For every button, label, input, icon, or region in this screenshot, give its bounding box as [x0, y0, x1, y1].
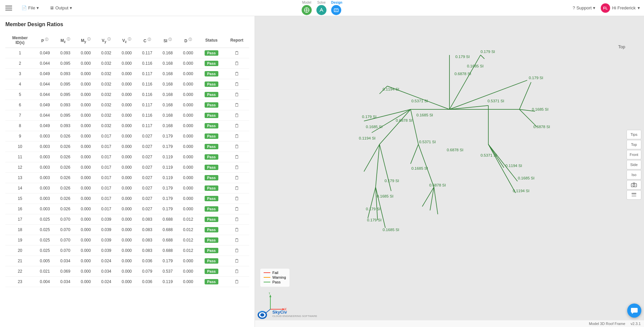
file-menu-button[interactable]: 📄 File ▾: [19, 4, 42, 12]
cell-report[interactable]: 🗒: [224, 58, 249, 69]
report-icon[interactable]: 🗒: [234, 92, 239, 97]
report-icon[interactable]: 🗒: [234, 144, 239, 149]
report-icon[interactable]: 🗒: [234, 258, 239, 264]
user-chevron-icon: ▾: [638, 5, 640, 10]
camera-button[interactable]: [627, 180, 641, 189]
cell-value: 0.000: [116, 48, 137, 58]
cell-value: 0.026: [55, 173, 75, 183]
iso-view-button[interactable]: Iso: [627, 170, 641, 179]
report-icon[interactable]: 🗒: [234, 113, 239, 118]
table-row: 170.0250.0700.0000.0390.0000.0830.6880.0…: [5, 214, 249, 225]
cell-value: 0.179: [157, 183, 178, 194]
layers-button[interactable]: [627, 190, 641, 200]
cell-value: 0.117: [137, 121, 157, 131]
hamburger-button[interactable]: [4, 4, 13, 12]
cell-report[interactable]: 🗒: [224, 235, 249, 246]
mode-design-button[interactable]: [331, 5, 341, 15]
report-icon[interactable]: 🗒: [234, 279, 239, 284]
report-icon[interactable]: 🗒: [234, 61, 239, 66]
report-icon[interactable]: 🗒: [234, 237, 239, 243]
cell-member-id: 23: [5, 277, 35, 287]
svg-line-19: [376, 144, 380, 187]
report-icon[interactable]: 🗒: [234, 123, 239, 128]
cell-report[interactable]: 🗒: [224, 204, 249, 214]
cell-value: 0.027: [137, 152, 157, 162]
cell-value: 0.003: [35, 152, 55, 162]
cell-value: 0.032: [96, 69, 116, 79]
navbar-left: 📄 File ▾ 🖥 Output ▾: [4, 4, 75, 12]
cell-report[interactable]: 🗒: [224, 69, 249, 79]
report-icon[interactable]: 🗒: [234, 102, 239, 108]
report-icon[interactable]: 🗒: [234, 165, 239, 170]
svg-text:0.1685 SI: 0.1685 SI: [377, 194, 393, 198]
table-wrapper[interactable]: MemberID(s) P ⓘ Mz ⓘ My ⓘ Vy ⓘ Vz ⓘ C ⓘ …: [5, 33, 249, 320]
svg-text:0.1685 SI: 0.1685 SI: [417, 113, 433, 117]
report-icon[interactable]: 🗒: [234, 81, 239, 87]
cell-value: 0.000: [116, 204, 137, 214]
report-icon[interactable]: 🗒: [234, 227, 239, 232]
cell-report[interactable]: 🗒: [224, 90, 249, 100]
cell-member-id: 15: [5, 194, 35, 204]
output-menu-button[interactable]: 🖥 Output ▾: [47, 4, 75, 12]
user-button[interactable]: FL Hi Frederick ▾: [601, 3, 640, 13]
output-chevron-icon: ▾: [70, 5, 72, 10]
report-icon[interactable]: 🗒: [234, 206, 239, 212]
cell-report[interactable]: 🗒: [224, 246, 249, 256]
cell-value: 0.168: [157, 48, 178, 58]
table-row: 210.0050.0340.0000.0240.0000.0360.1790.0…: [5, 256, 249, 266]
side-view-button[interactable]: Side: [627, 160, 641, 169]
mode-solve-button[interactable]: [316, 5, 326, 15]
table-row: 90.0030.0260.0000.0170.0000.0270.1790.00…: [5, 131, 249, 142]
report-icon[interactable]: 🗒: [234, 185, 239, 191]
cell-report[interactable]: 🗒: [224, 266, 249, 277]
report-icon[interactable]: 🗒: [234, 248, 239, 253]
chat-widget-button[interactable]: [627, 304, 641, 318]
table-row: 180.0250.0700.0000.0390.0000.0830.6880.0…: [5, 225, 249, 235]
cell-value: 0.044: [35, 79, 55, 90]
cell-report[interactable]: 🗒: [224, 214, 249, 225]
cell-value: 0.179: [157, 256, 178, 266]
report-icon[interactable]: 🗒: [234, 196, 239, 201]
cell-value: 0.070: [55, 235, 75, 246]
cell-value: 0.027: [137, 173, 157, 183]
cell-report[interactable]: 🗒: [224, 256, 249, 266]
cell-report[interactable]: 🗒: [224, 121, 249, 131]
cell-report[interactable]: 🗒: [224, 100, 249, 110]
status-badge: Pass: [205, 102, 219, 108]
svg-text:0.5371 SI: 0.5371 SI: [411, 99, 428, 103]
cell-report[interactable]: 🗒: [224, 183, 249, 194]
cell-report[interactable]: 🗒: [224, 194, 249, 204]
cell-value: 0.000: [178, 162, 198, 173]
status-badge: Pass: [205, 92, 219, 97]
cell-report[interactable]: 🗒: [224, 277, 249, 287]
cell-value: 0.000: [116, 277, 137, 287]
panel-title: Member Design Ratios: [5, 21, 249, 28]
cell-value: 0.000: [178, 266, 198, 277]
cell-value: 0.049: [35, 121, 55, 131]
cell-value: 0.012: [178, 225, 198, 235]
cell-value: 0.000: [75, 110, 96, 121]
report-icon[interactable]: 🗒: [234, 71, 239, 76]
tips-button[interactable]: Tips: [627, 130, 641, 139]
cell-status: Pass: [198, 110, 224, 121]
front-view-button[interactable]: Front: [627, 150, 641, 159]
report-icon[interactable]: 🗒: [234, 269, 239, 274]
cell-report[interactable]: 🗒: [224, 162, 249, 173]
cell-report[interactable]: 🗒: [224, 225, 249, 235]
cell-report[interactable]: 🗒: [224, 131, 249, 142]
cell-report[interactable]: 🗒: [224, 48, 249, 58]
cell-report[interactable]: 🗒: [224, 79, 249, 90]
report-icon[interactable]: 🗒: [234, 217, 239, 222]
report-icon[interactable]: 🗒: [234, 175, 239, 180]
mode-model-button[interactable]: [302, 5, 312, 15]
cell-report[interactable]: 🗒: [224, 173, 249, 183]
support-button[interactable]: ? Support ▾: [573, 5, 595, 10]
cell-report[interactable]: 🗒: [224, 152, 249, 162]
cell-member-id: 6: [5, 100, 35, 110]
report-icon[interactable]: 🗒: [234, 133, 239, 139]
report-icon[interactable]: 🗒: [234, 50, 239, 56]
top-view-button[interactable]: Top: [627, 140, 641, 149]
report-icon[interactable]: 🗒: [234, 154, 239, 160]
cell-report[interactable]: 🗒: [224, 142, 249, 152]
cell-report[interactable]: 🗒: [224, 110, 249, 121]
